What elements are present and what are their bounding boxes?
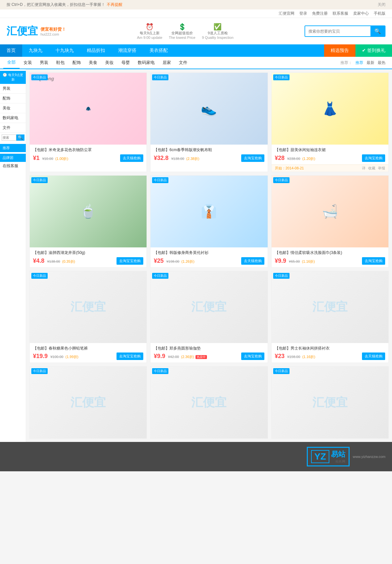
product-card: 今日新品 🛁 【包邮】情侣柔软吸水洗脸面巾(3条装) ¥9.9 ¥65.00 (… [271, 175, 389, 268]
customer-service-link[interactable]: 联系客服 [333, 11, 348, 16]
product-orig-price: ¥100.00 [50, 355, 63, 359]
product-badge: 今日新品 [273, 273, 290, 279]
nav-preview[interactable]: 精选预告 [324, 44, 355, 57]
sidebar-search: 🔍 [0, 133, 26, 142]
product-card: 今日新品 👔 【包邮】韩版修身商务英伦衬衫 ¥25 ¥198.00 (1.26折… [150, 175, 268, 268]
product-name: 【包邮】米奇龙多花色衣物防尘罩 [33, 147, 143, 153]
product-image-wrap: 今日新品 汇便宜 [30, 367, 147, 438]
product-price: ¥1 [33, 155, 39, 161]
product-image-wrap: 今日新品 MiQiLong 🧥 [30, 73, 147, 145]
nav-sign[interactable]: ✔ 签到换礼 [355, 44, 392, 57]
product-card: 今日新品 MiQiLong 🧥 【包邮】米奇龙多花色衣物防尘罩 ¥1 ¥10.0… [29, 72, 147, 172]
watermark-subtitle: 站长网 [331, 459, 345, 464]
logo[interactable]: 汇便宜 便宜有好货！ hui222.com [7, 24, 66, 39]
product-discount: (1.99折) [66, 355, 79, 359]
cat-men[interactable]: 男装 [36, 57, 52, 68]
feature-price-line2: The lowest Price [169, 36, 195, 39]
cat-shoes[interactable]: 鞋包 [52, 57, 69, 68]
sidebar-cat-men[interactable]: 男装 [0, 84, 26, 94]
cat-home[interactable]: 居家 [159, 57, 175, 68]
sort-newest[interactable]: 最新 [367, 60, 374, 66]
product-price: ¥9.9 [154, 353, 165, 359]
sidebar-cat-beauty[interactable]: 美妆 [0, 103, 26, 113]
product-buy-button[interactable]: 去淘宝抢购 [241, 352, 264, 360]
bottom-watermark: YZ 易站 站长网 www.yizhanzzw.com [0, 442, 392, 471]
logo-text: 汇便宜 [7, 25, 38, 37]
product-price-info: ¥23 ¥198.00 (1.16折) [275, 353, 315, 360]
sort-hottest[interactable]: 最热 [378, 60, 385, 66]
feature-update-line2: Am 9:00 update [137, 36, 163, 39]
mobile-link[interactable]: 手机版 [374, 11, 385, 16]
product-info: 【包邮】男士长袖休闲拼搭衬衣 ¥23 ¥198.00 (1.16折) 去天猫抢购 [272, 343, 388, 363]
nav-fashion[interactable]: 潮流穿搭 [112, 44, 143, 57]
sidebar-cat-other[interactable]: 文件 [0, 123, 26, 133]
nav-home[interactable]: 首页 [0, 44, 22, 57]
product-price-info: ¥28 ¥238.00 (1.20折) [275, 155, 315, 162]
sidebar-search-button[interactable]: 🔍 [16, 134, 24, 141]
product-price-info: ¥25 ¥198.00 (1.26折) [154, 258, 194, 264]
product-start-date: 开始：2014-08-21 详收藏举报 [272, 164, 388, 172]
sidebar: 🕘 每天9点更新 男装 配饰 美妆 数码家电 文件 🔍 推荐 品牌团 在线客服 [0, 69, 26, 442]
cat-women[interactable]: 女装 [20, 57, 36, 68]
login-link[interactable]: 登录 [299, 11, 307, 16]
cat-electronics[interactable]: 数码家电 [134, 57, 159, 68]
product-action[interactable]: 举报 [378, 166, 385, 170]
sidebar-cat-accessories[interactable]: 配饰 [0, 94, 26, 103]
product-buy-button[interactable]: 去淘宝抢购 [241, 154, 264, 162]
product-discount: (1.20折) [302, 157, 315, 161]
sidebar-update-header: 🕘 每天9点更新 [0, 71, 26, 84]
nav-discount[interactable]: 精品折扣 [80, 44, 112, 57]
nav-nine[interactable]: 九块九 [22, 44, 49, 57]
product-image-wrap: 今日新品 汇便宜 [150, 271, 267, 343]
product-orig-price: ¥138.00 [171, 157, 184, 161]
product-buy-button[interactable]: 去淘宝宝抢购 [117, 257, 143, 265]
product-card: 今日新品 汇便宜 [29, 366, 147, 439]
account-bar: 汇便宜网 登录 免费注册 联系客服 卖家中心 手机版 [0, 9, 392, 18]
product-buy-button[interactable]: 去天猫抢购 [241, 257, 264, 265]
nav-clothing[interactable]: 美衣搭配 [143, 44, 174, 57]
product-buy-button[interactable]: 去淘宝宝抢购 [117, 352, 143, 360]
product-action[interactable]: 详 [362, 166, 366, 170]
product-visual: 👔 [150, 176, 267, 247]
cat-beauty[interactable]: 美妆 [101, 57, 118, 68]
product-price-info: ¥32.8 ¥138.00 (2.38折) [154, 155, 199, 162]
seller-center-link[interactable]: 卖家中心 [353, 11, 369, 16]
product-buy-button[interactable]: 去天猫抢购 [120, 154, 143, 162]
sidebar-section-brand[interactable]: 品牌团 [0, 154, 26, 162]
product-info: 【包邮】韩版修身商务英伦衬衫 ¥25 ¥198.00 (1.26折) 去天猫抢购 [150, 247, 267, 267]
close-button[interactable]: 关闭 [378, 2, 385, 8]
cat-food[interactable]: 美食 [85, 57, 101, 68]
cat-other[interactable]: 文件 [175, 57, 191, 68]
product-price-row: ¥23 ¥198.00 (1.16折) 去天猫抢购 [275, 352, 385, 360]
nav-nineteen[interactable]: 十九块九 [49, 44, 80, 57]
search-input[interactable] [305, 27, 370, 36]
product-name: 【包邮】韩版修身商务英伦衬衫 [154, 250, 264, 256]
main-layout: 🕘 每天9点更新 男装 配饰 美妆 数码家电 文件 🔍 推荐 品牌团 在线客服 … [0, 69, 392, 442]
logo-main-text: 汇便宜 [7, 24, 38, 39]
cat-baby[interactable]: 母婴 [118, 57, 134, 68]
cat-accessories[interactable]: 配饰 [69, 57, 85, 68]
search-button[interactable]: 🔍 [370, 26, 385, 36]
cat-all[interactable]: 全部 [3, 57, 20, 69]
product-price-info: ¥1 ¥10.00 (1.00折) [33, 155, 68, 162]
register-link[interactable]: 免费注册 [312, 11, 328, 16]
product-buy-button[interactable]: 去淘宝抢购 [362, 257, 385, 265]
product-buy-button[interactable]: 去淘宝抢购 [362, 154, 385, 162]
product-visual: 汇便宜 [30, 367, 147, 438]
feature-price-line1: 全网超值低价 [171, 31, 193, 36]
dismiss-link[interactable]: 不再提醒 [107, 2, 122, 8]
product-card: 今日新品 👗 【包邮】甜美休闲短袖连衣裙 ¥28 ¥238.00 (1.20折)… [271, 72, 389, 172]
site-name-link[interactable]: 汇便宜网 [279, 11, 294, 16]
sidebar-search-input[interactable] [2, 134, 16, 141]
header-features: ⏰ 每天9点上新 Am 9:00 update 💲 全网超值低价 The low… [137, 23, 234, 39]
product-action[interactable]: 收藏 [368, 166, 375, 170]
product-info: 【包邮】郑多燕圆形瑜伽垫 ¥9.9 ¥42.00 (2.36折)热卖中 去淘宝抢… [150, 343, 267, 363]
product-image-wrap: 今日新品 🍵 [30, 176, 147, 247]
sidebar-customer-service[interactable]: 在线客服 [0, 162, 26, 170]
product-buy-button[interactable]: 去天猫抢购 [362, 352, 385, 360]
sidebar-cat-electronics[interactable]: 数码家电 [0, 113, 26, 123]
feature-update: ⏰ 每天9点上新 Am 9:00 update [137, 23, 163, 39]
product-visual: 汇便宜 [272, 367, 388, 438]
sort-recommend[interactable]: 推荐 [355, 60, 363, 66]
product-visual: 汇便宜 [150, 367, 267, 438]
